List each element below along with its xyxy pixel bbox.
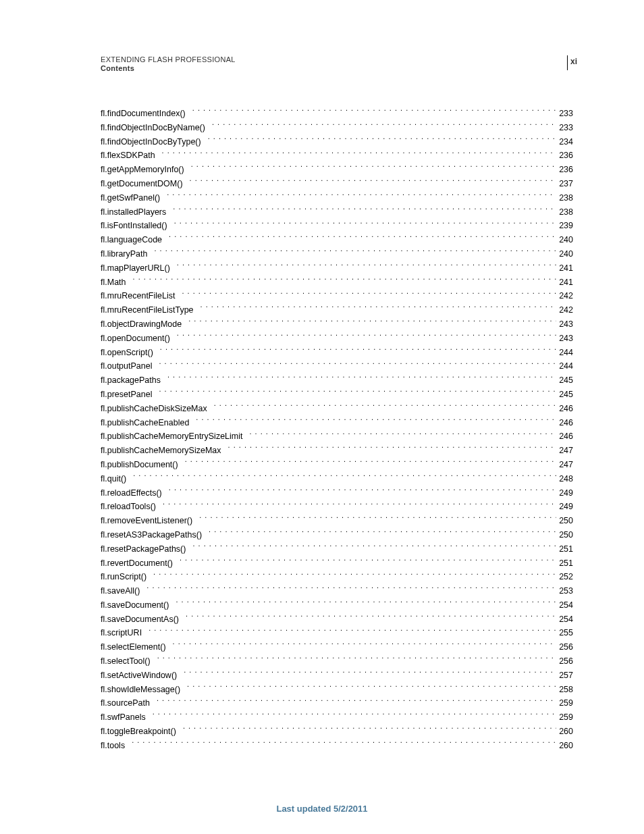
toc-entry-page: 243: [556, 332, 573, 346]
toc-leader-dots: [185, 459, 557, 467]
toc-leader-dots: [191, 164, 556, 173]
toc-entry-label: fl.runScript(): [101, 570, 153, 584]
toc-leader-dots: [182, 290, 556, 299]
toc-entry-page: 236: [556, 149, 573, 163]
toc-entry[interactable]: fl.resetAS3PackagePaths()250: [101, 528, 573, 542]
toc-entry[interactable]: fl.removeEventListener()250: [101, 514, 573, 528]
toc-entry-page: 254: [556, 598, 573, 613]
toc-entry-label: fl.getDocumentDOM(): [101, 177, 190, 191]
toc-entry[interactable]: fl.quit()248: [101, 472, 573, 486]
toc-entry-page: 234: [556, 135, 573, 149]
toc-entry[interactable]: fl.openScript()244: [101, 346, 573, 360]
toc-entry-page: 249: [556, 486, 573, 500]
toc-entry-page: 248: [556, 472, 573, 486]
toc-entry[interactable]: fl.mruRecentFileList242: [101, 289, 573, 303]
toc-entry[interactable]: fl.installedPlayers238: [101, 205, 573, 219]
toc-entry[interactable]: fl.reloadTools()249: [101, 500, 573, 514]
toc-entry-page: 256: [556, 640, 573, 654]
toc-entry-page: 254: [556, 613, 573, 627]
toc-entry-label: fl.installedPlayers: [101, 205, 173, 219]
toc-leader-dots: [173, 642, 557, 650]
toc-entry[interactable]: fl.publishCacheEnabled246: [101, 416, 573, 430]
toc-leader-dots: [200, 305, 557, 313]
toc-entry-label: fl.findDocumentIndex(): [101, 107, 192, 121]
toc-entry[interactable]: fl.Math241: [101, 276, 573, 290]
toc-entry-page: 233: [556, 121, 573, 135]
toc-entry[interactable]: fl.sourcePath259: [101, 696, 573, 710]
toc-entry-label: fl.mruRecentFileList: [101, 289, 182, 303]
toc-leader-dots: [149, 627, 556, 636]
toc-entry[interactable]: fl.mapPlayerURL()241: [101, 261, 573, 276]
toc-entry[interactable]: fl.openDocument()243: [101, 332, 573, 346]
toc-entry-label: fl.languageCode: [101, 233, 169, 247]
toc-entry[interactable]: fl.resetPackagePaths()251: [101, 542, 573, 556]
toc-entry-label: fl.objectDrawingMode: [101, 317, 188, 332]
toc-entry-label: fl.showIdleMessage(): [101, 683, 187, 697]
toc-entry[interactable]: fl.runScript()252: [101, 570, 573, 584]
toc-entry[interactable]: fl.tools260: [101, 739, 573, 753]
toc-entry-page: 246: [556, 402, 573, 416]
toc-leader-dots: [209, 529, 556, 538]
toc-entry[interactable]: fl.isFontInstalled()239: [101, 219, 573, 233]
toc-entry-label: fl.reloadTools(): [101, 500, 163, 514]
toc-leader-dots: [196, 417, 556, 425]
toc-entry-label: fl.openScript(): [101, 346, 160, 360]
toc-entry-page: 242: [556, 303, 573, 317]
toc-entry[interactable]: fl.saveAll()253: [101, 584, 573, 598]
toc-entry-page: 246: [556, 429, 573, 444]
toc-entry-label: fl.saveDocument(): [101, 598, 176, 613]
toc-entry[interactable]: fl.swfPanels259: [101, 710, 573, 725]
toc-entry[interactable]: fl.scriptURI255: [101, 626, 573, 640]
toc-entry[interactable]: fl.showIdleMessage()258: [101, 683, 573, 697]
toc-entry[interactable]: fl.presetPanel245: [101, 388, 573, 402]
toc-entry[interactable]: fl.setActiveWindow()257: [101, 669, 573, 683]
toc-leader-dots: [177, 332, 556, 341]
toc-entry-label: fl.isFontInstalled(): [101, 219, 174, 233]
toc-entry-page: 244: [556, 359, 573, 373]
toc-entry[interactable]: fl.reloadEffects()249: [101, 486, 573, 500]
toc-entry[interactable]: fl.libraryPath240: [101, 247, 573, 261]
toc-entry-page: 239: [556, 219, 573, 233]
toc-entry-label: fl.resetAS3PackagePaths(): [101, 528, 209, 542]
toc-entry-page: 238: [556, 191, 573, 205]
toc-entry[interactable]: fl.toggleBreakpoint()260: [101, 725, 573, 739]
toc-entry[interactable]: fl.findDocumentIndex()233: [101, 107, 573, 121]
toc-entry-label: fl.findObjectInDocByName(): [101, 121, 212, 135]
toc-entry[interactable]: fl.publishCacheDiskSizeMax246: [101, 402, 573, 416]
toc-entry[interactable]: fl.selectElement()256: [101, 640, 573, 654]
toc-entry[interactable]: fl.publishDocument()247: [101, 458, 573, 472]
toc-entry[interactable]: fl.getSwfPanel()238: [101, 191, 573, 205]
toc-entry-page: 259: [556, 710, 573, 725]
toc-leader-dots: [157, 656, 557, 664]
toc-entry[interactable]: fl.findObjectInDocByType()234: [101, 135, 573, 149]
toc-entry[interactable]: fl.publishCacheMemorySizeMax247: [101, 444, 573, 458]
toc-entry-label: fl.tools: [101, 739, 132, 753]
toc-entry[interactable]: fl.getDocumentDOM()237: [101, 177, 573, 191]
toc-entry-label: fl.swfPanels: [101, 710, 153, 725]
toc-entry[interactable]: fl.flexSDKPath236: [101, 149, 573, 163]
toc-leader-dots: [133, 276, 557, 285]
toc-entry-label: fl.getAppMemoryInfo(): [101, 163, 191, 177]
toc-entry-page: 257: [556, 669, 573, 683]
toc-entry-page: 258: [556, 683, 573, 697]
toc-entry[interactable]: fl.getAppMemoryInfo()236: [101, 163, 573, 177]
page-number-marker: xi: [567, 55, 577, 70]
toc-leader-dots: [169, 487, 556, 496]
toc-entry-page: 242: [556, 289, 573, 303]
toc-entry[interactable]: fl.mruRecentFileListType242: [101, 303, 573, 317]
toc-entry[interactable]: fl.selectTool()256: [101, 654, 573, 669]
toc-entry-label: fl.reloadEffects(): [101, 486, 169, 500]
toc-entry[interactable]: fl.saveDocument()254: [101, 598, 573, 613]
toc-entry[interactable]: fl.outputPanel244: [101, 359, 573, 373]
toc-entry[interactable]: fl.findObjectInDocByName()233: [101, 121, 573, 135]
toc-entry[interactable]: fl.languageCode240: [101, 233, 573, 247]
toc-entry[interactable]: fl.packagePaths245: [101, 373, 573, 388]
toc-entry[interactable]: fl.objectDrawingMode243: [101, 317, 573, 332]
toc-entry[interactable]: fl.revertDocument()251: [101, 556, 573, 571]
toc-leader-dots: [174, 220, 556, 229]
doc-section: Contents: [101, 64, 236, 72]
toc-entry[interactable]: fl.saveDocumentAs()254: [101, 613, 573, 627]
toc-entry[interactable]: fl.publishCacheMemoryEntrySizeLimit246: [101, 429, 573, 444]
toc-entry-label: fl.sourcePath: [101, 696, 157, 710]
toc-entry-page: 237: [556, 177, 573, 191]
